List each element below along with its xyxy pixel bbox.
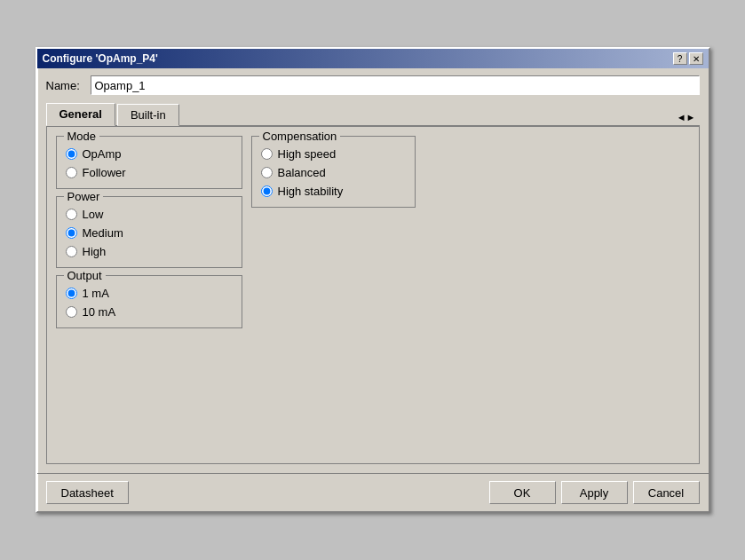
dialog-body: Name: General Built-in ◄ ► M [37, 68, 709, 473]
ok-button[interactable]: OK [489, 481, 556, 504]
comp-highspeed-radio[interactable] [261, 148, 273, 160]
mode-follower-label[interactable]: Follower [83, 166, 126, 179]
tab-nav-arrows: ◄ ► [677, 112, 700, 125]
mode-opamp-item[interactable]: OpAmp [66, 147, 233, 161]
mode-group: Mode OpAmp Follower [56, 136, 242, 189]
power-high-item[interactable]: High [66, 245, 233, 258]
name-label: Name: [46, 79, 91, 92]
apply-button[interactable]: Apply [561, 481, 628, 504]
compensation-legend: Compensation [259, 130, 341, 143]
dialog: Configure 'OpAmp_P4' ? ✕ Name: General B… [36, 47, 710, 513]
power-group: Power Low Medium High [56, 196, 242, 268]
output-10ma-radio[interactable] [66, 306, 77, 318]
mode-follower-radio[interactable] [66, 167, 77, 178]
output-group: Output 1 mA 10 mA [56, 275, 242, 328]
comp-highstability-radio[interactable] [261, 185, 273, 197]
footer-right: OK Apply Cancel [489, 481, 700, 504]
output-10ma-item[interactable]: 10 mA [66, 305, 233, 319]
power-high-radio[interactable] [66, 246, 77, 257]
output-1ma-label[interactable]: 1 mA [83, 287, 109, 300]
comp-balanced-label[interactable]: Balanced [278, 166, 326, 179]
power-medium-item[interactable]: Medium [66, 226, 233, 240]
name-input[interactable] [91, 75, 700, 95]
tab-next-arrow[interactable]: ► [686, 112, 696, 122]
mode-opamp-radio[interactable] [66, 148, 77, 160]
comp-balanced-item[interactable]: Balanced [261, 166, 406, 179]
tab-prev-arrow[interactable]: ◄ [677, 112, 686, 122]
power-low-radio[interactable] [66, 209, 77, 220]
tabs-container: General Built-in ◄ ► Mode [46, 102, 700, 464]
power-legend: Power [64, 190, 104, 203]
panel-left: Mode OpAmp Follower [56, 136, 242, 328]
comp-highspeed-label[interactable]: High speed [278, 147, 337, 161]
output-10ma-label[interactable]: 10 mA [83, 305, 116, 319]
power-low-label[interactable]: Low [83, 208, 104, 221]
compensation-group: Compensation High speed Balanced High st… [251, 136, 416, 208]
close-button[interactable]: ✕ [689, 52, 703, 65]
help-button[interactable]: ? [673, 52, 687, 65]
datasheet-button[interactable]: Datasheet [46, 481, 129, 504]
title-bar: Configure 'OpAmp_P4' ? ✕ [37, 49, 709, 68]
tab-content-general: Mode OpAmp Follower [46, 127, 700, 464]
power-low-item[interactable]: Low [66, 208, 233, 221]
power-medium-label[interactable]: Medium [83, 226, 123, 240]
tab-builtin[interactable]: Built-in [117, 104, 179, 126]
comp-balanced-radio[interactable] [261, 167, 273, 178]
comp-highstability-label[interactable]: High stability [278, 185, 344, 198]
output-1ma-item[interactable]: 1 mA [66, 287, 233, 300]
panels-row: Mode OpAmp Follower [56, 136, 690, 328]
comp-highstability-item[interactable]: High stability [261, 185, 406, 198]
output-legend: Output [64, 269, 106, 282]
power-medium-radio[interactable] [66, 227, 77, 239]
tab-general[interactable]: General [46, 103, 115, 126]
mode-opamp-label[interactable]: OpAmp [83, 147, 122, 161]
cancel-button[interactable]: Cancel [633, 481, 700, 504]
power-high-label[interactable]: High [83, 245, 107, 258]
dialog-footer: Datasheet OK Apply Cancel [37, 473, 709, 511]
comp-highspeed-item[interactable]: High speed [261, 147, 406, 161]
tab-header: General Built-in ◄ ► [46, 102, 700, 127]
title-bar-buttons: ? ✕ [673, 52, 703, 65]
output-1ma-radio[interactable] [66, 288, 77, 299]
name-row: Name: [46, 75, 700, 95]
mode-legend: Mode [64, 130, 100, 143]
title-bar-text: Configure 'OpAmp_P4' [43, 52, 158, 65]
mode-follower-item[interactable]: Follower [66, 166, 233, 179]
